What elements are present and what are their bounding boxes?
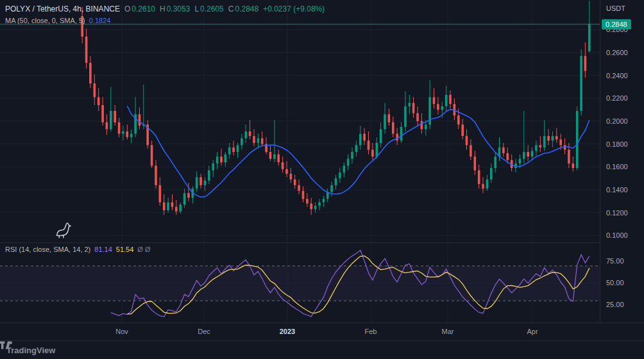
last-price-badge: 0.2848	[602, 19, 631, 29]
ohlc-value: 0.2848	[235, 4, 258, 13]
tradingview-chart-window: POLYX / TetherUS, 4h, BINANCEO0.2610H0.3…	[0, 0, 644, 359]
ohlc-label: H	[160, 4, 165, 13]
tradingview-logo-text: TradingView	[6, 346, 55, 355]
rsi-indicator-pane: RSI (14, close, SMA, 14, 2)81.1451.54Ø Ø	[0, 242, 600, 323]
ma-value: 0.1824	[89, 17, 111, 24]
ohlc-value: 0.2610	[131, 4, 155, 13]
rsi-chart-canvas[interactable]	[0, 243, 600, 323]
chart-legend: POLYX / TetherUS, 4h, BINANCEO0.2610H0.3…	[5, 3, 325, 26]
time-axis[interactable]: NovDec2023FebMarApr	[0, 322, 644, 341]
tradingview-logo-icon	[0, 341, 12, 350]
ohlc-value: 0.3053	[167, 4, 191, 13]
rsi-tick-label: 50.00	[606, 279, 624, 287]
rsi-hidden-values: Ø Ø	[137, 246, 150, 253]
time-axis-label: Apr	[520, 328, 545, 335]
ohlc-label: L	[194, 4, 199, 13]
ma-indicator-label[interactable]: MA (50, close, 0, SMA, 5)	[5, 17, 85, 24]
price-tick-label: 0.2000	[606, 117, 628, 125]
price-axis-currency[interactable]: USDT	[606, 4, 625, 12]
rsi-indicator-label[interactable]: RSI (14, close, SMA, 14, 2)	[5, 246, 90, 253]
symbol-title[interactable]: POLYX / TetherUS, 4h, BINANCE	[5, 4, 120, 13]
price-tick-label: 0.1800	[606, 140, 628, 148]
time-axis-label: Nov	[109, 328, 135, 335]
rsi-tick-label: 75.00	[606, 257, 624, 265]
rsi-legend: RSI (14, close, SMA, 14, 2)81.1451.54Ø Ø	[5, 246, 151, 253]
price-tick-label: 0.2600	[606, 49, 628, 56]
price-tick-label: 0.1600	[606, 163, 628, 171]
price-tick-label: 0.2200	[606, 94, 628, 102]
time-axis-label: Dec	[191, 328, 217, 335]
time-axis-label: Mar	[435, 328, 461, 335]
ohlc-label: C	[228, 4, 234, 13]
price-change: +0.0237 (+9.08%)	[263, 4, 325, 13]
price-tick-label: 0.1200	[606, 209, 628, 217]
time-axis-label: 2023	[275, 328, 300, 335]
rsi-value: 81.14	[94, 246, 112, 253]
ohlc-value: 0.2605	[200, 4, 224, 13]
ohlc-values: O0.2610H0.3053L0.2605C0.2848	[120, 4, 258, 13]
ohlc-label: O	[124, 4, 130, 13]
price-tick-label: 0.1400	[606, 186, 628, 194]
main-price-pane: POLYX / TetherUS, 4h, BINANCEO0.2610H0.3…	[0, 0, 600, 242]
tradingview-logo[interactable]: TradingView	[6, 346, 55, 355]
time-axis-label: Feb	[358, 328, 384, 335]
price-tick-label: 0.1000	[606, 231, 628, 239]
price-chart-canvas[interactable]	[0, 0, 600, 242]
price-tick-label: 0.2400	[606, 72, 628, 79]
rsi-ma-value: 51.54	[116, 246, 134, 253]
price-axis[interactable]: USDT 0.2848 0.28000.26000.24000.22000.20…	[600, 0, 644, 322]
rsi-tick-label: 25.00	[606, 301, 624, 308]
bottom-toolbar: TradingView	[0, 340, 644, 359]
